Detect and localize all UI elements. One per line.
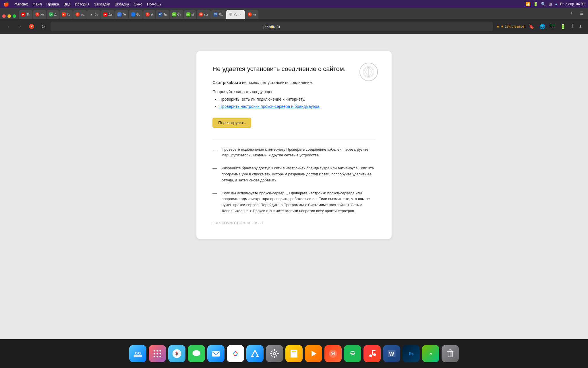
- tab-title-st1: st: [151, 13, 153, 16]
- tab-ka[interactable]: Я ка: [245, 10, 258, 19]
- dock-messages[interactable]: [188, 345, 205, 362]
- tab-ku[interactable]: К Ку: [59, 10, 73, 19]
- menu-item-edit[interactable]: Правка: [47, 2, 59, 6]
- dash-icon-3: —: [212, 191, 217, 214]
- tab-zu[interactable]: ♥ Зу: [87, 10, 100, 19]
- tab-tp[interactable]: W Тр: [156, 10, 169, 19]
- tab-st3[interactable]: Я ste: [197, 10, 211, 19]
- star-icon: ★: [496, 24, 500, 28]
- dock-ai[interactable]: AI: [422, 345, 439, 362]
- menu-bar: 🍎 Yandex Файл Правка Вид История Закладк…: [0, 0, 588, 8]
- tab-title-mc: мс: [81, 13, 84, 16]
- menu-item-tab[interactable]: Вкладка: [115, 2, 129, 6]
- close-window-button[interactable]: [2, 14, 6, 18]
- error-list: Проверить, есть ли подключение к интерне…: [212, 96, 376, 110]
- new-tab-button[interactable]: +: [567, 9, 575, 17]
- tab-th[interactable]: ▶ Th: [19, 10, 32, 19]
- tab-title-d: Д: [54, 13, 56, 16]
- tab-title-st3: ste: [204, 13, 208, 16]
- minimize-window-button[interactable]: [7, 14, 11, 18]
- address-right-actions: ★ ★ 13К отзывов 🔖 🌐 🛡 🔋 ⤴ ⬇: [496, 23, 583, 30]
- dock-spotify[interactable]: [344, 345, 361, 362]
- svg-marker-56: [312, 351, 316, 356]
- tab-d[interactable]: Д Д: [47, 10, 59, 19]
- menu-item-view[interactable]: Вид: [63, 2, 70, 6]
- dock-settings[interactable]: [266, 345, 283, 362]
- dock-music[interactable]: [363, 345, 381, 362]
- tab-ct[interactable]: М Ст: [170, 10, 183, 19]
- search-icon[interactable]: 🔍: [541, 2, 546, 6]
- refresh-button[interactable]: ↻: [39, 22, 47, 30]
- tab-ric[interactable]: W Ric: [211, 10, 226, 19]
- dock-finder[interactable]: [129, 345, 146, 362]
- svg-point-59: [348, 349, 357, 358]
- dock-notes[interactable]: [285, 345, 303, 362]
- yandex-icon-button[interactable]: Я: [28, 22, 36, 30]
- dock-launchpad[interactable]: [149, 345, 166, 362]
- back-button[interactable]: ‹: [5, 22, 13, 30]
- tab-favicon-g1: Д: [49, 12, 53, 16]
- share-button[interactable]: ⤴: [570, 23, 575, 30]
- tab-close-button[interactable]: ×: [239, 12, 243, 16]
- tab-st1[interactable]: Я st: [143, 10, 156, 19]
- menu-item-yandex[interactable]: Yandex: [15, 2, 28, 6]
- svg-point-61: [373, 353, 376, 356]
- svg-rect-45: [270, 353, 272, 354]
- menu-bar-right-section: 📶 🔋 🔍 ⊞ ● Вт, 5 апр. 04:09: [525, 2, 585, 6]
- menu-item-history[interactable]: История: [75, 2, 89, 6]
- bookmark-button[interactable]: 🔖: [527, 23, 535, 30]
- dock-yandex[interactable]: Я: [324, 345, 342, 362]
- tab-de[interactable]: ▶ Де: [101, 10, 115, 19]
- svg-text:W: W: [389, 351, 394, 357]
- error-details: — Проверьте подключение к интернету Пров…: [212, 139, 376, 225]
- fullscreen-window-button[interactable]: [13, 14, 16, 18]
- menu-item-help[interactable]: Помощь: [147, 2, 161, 6]
- svg-point-16: [159, 350, 161, 351]
- error-subtitle: Сайт pikabu.ru не позволяет установить с…: [212, 80, 376, 85]
- forward-button[interactable]: ›: [16, 22, 24, 30]
- svg-rect-53: [292, 352, 297, 353]
- tab-bar-controls: + ☰: [567, 9, 586, 19]
- reviews-count: ★ 13К отзывов: [501, 24, 525, 28]
- address-center: pikabu.ru: [264, 24, 280, 29]
- apple-menu-icon[interactable]: 🍎: [3, 1, 9, 7]
- error-try-label: Попробуйте сделать следующее:: [212, 89, 376, 94]
- menu-item-file[interactable]: Файл: [33, 2, 42, 6]
- tab-favicon-ya4: Я: [199, 12, 203, 16]
- svg-rect-31: [212, 351, 220, 357]
- tab-title-ric: Ric: [219, 13, 223, 16]
- tab-go[interactable]: G Го: [115, 10, 128, 19]
- address-field[interactable]: 🔒 pikabu.ru: [51, 22, 493, 31]
- tab-gc[interactable]: Gc: [129, 10, 143, 19]
- control-center-icon[interactable]: ⊞: [549, 2, 552, 6]
- reload-button[interactable]: Перезагрузить: [212, 118, 251, 128]
- svg-point-14: [154, 350, 155, 351]
- dock-photoshop[interactable]: Ps: [403, 345, 420, 362]
- globe-icon: 🌐: [538, 23, 546, 30]
- window-traffic-lights[interactable]: [2, 14, 16, 18]
- dock-photos[interactable]: [227, 345, 244, 362]
- tab-yc-active[interactable]: Yc ×: [226, 10, 245, 19]
- svg-point-60: [369, 354, 372, 357]
- svg-point-13: [139, 352, 140, 354]
- error-list-item-1: Проверить, есть ли подключение к интерне…: [219, 96, 376, 102]
- dock-trash[interactable]: [442, 345, 459, 362]
- dock-appstore[interactable]: [246, 345, 264, 362]
- dock-mail[interactable]: [207, 345, 225, 362]
- menu-item-window[interactable]: Окно: [134, 2, 142, 6]
- proxy-link[interactable]: Проверить настройки прокси-сервера и бра…: [219, 104, 320, 109]
- dash-icon-2: —: [212, 166, 217, 183]
- dock-infuse[interactable]: [305, 345, 322, 362]
- svg-rect-47: [271, 350, 273, 352]
- download-button[interactable]: ⬇: [577, 23, 583, 30]
- tab-bar-menu-button[interactable]: ☰: [578, 9, 586, 17]
- tab-mc[interactable]: Я мс: [73, 10, 87, 19]
- error-detail-1: — Проверьте подключение к интернету Пров…: [212, 147, 376, 159]
- tab-st2[interactable]: М st: [184, 10, 196, 19]
- reviews-badge[interactable]: ★ ★ 13К отзывов: [496, 24, 525, 28]
- menu-item-bookmarks[interactable]: Закладки: [94, 2, 110, 6]
- dock-word[interactable]: W: [383, 345, 400, 362]
- tab-yo[interactable]: Я Уо: [33, 10, 46, 19]
- error-list-item-2[interactable]: Проверить настройки прокси-сервера и бра…: [219, 103, 376, 110]
- dock-safari[interactable]: [168, 345, 185, 362]
